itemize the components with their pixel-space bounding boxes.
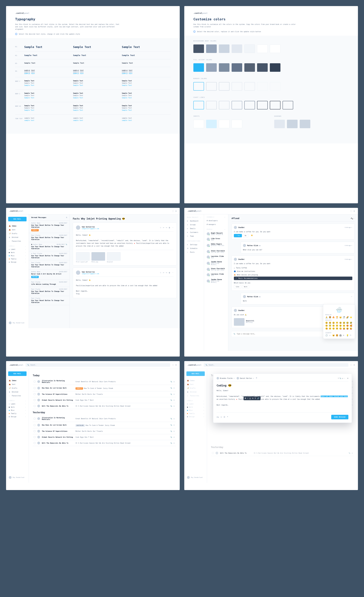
trash-icon[interactable]: 🗑 [173, 405, 175, 407]
color-swatch[interactable] [193, 63, 204, 72]
category-icon[interactable]: 💡 [346, 334, 349, 337]
sample-tiny[interactable]: sample text [122, 119, 171, 121]
sample-body[interactable]: Sample Text [122, 95, 171, 96]
checkbox[interactable] [34, 405, 36, 407]
list-row[interactable]: How Does An Lcd Screen WorkAUSTALRK How … [33, 422, 176, 428]
option-item[interactable]: ☕Tasty Coffee [234, 266, 352, 270]
emoji[interactable]: 😄 [332, 322, 335, 324]
nav-item-drafts[interactable]: 📝Drafts [8, 386, 27, 390]
message-item[interactable]: Paul Clarke18/05/2017Life Advice Looking… [29, 280, 70, 287]
add-recipient-icon[interactable]: ⊕ [256, 377, 257, 379]
nav-item-inbox[interactable]: 📥Inbox [186, 379, 205, 383]
quick-reply-button[interactable]: ✓ Yes [234, 234, 242, 237]
attach-icon[interactable]: 📎 [170, 405, 172, 407]
person-item[interactable]: Steve ChurchaldTell me your story [206, 249, 226, 254]
font-icon[interactable]: Aa [217, 416, 219, 418]
label-item[interactable]: Misc› [186, 409, 205, 412]
list-row[interactable]: The Science Of SuperstitionsMother Earth… [33, 428, 176, 434]
label-item[interactable]: Family› [186, 412, 205, 415]
trash-icon[interactable]: 🗑 [173, 436, 175, 438]
sample-body[interactable]: Sample Text [122, 85, 171, 86]
sample-body[interactable]: Sample Text [73, 107, 122, 109]
sample-body[interactable]: Sample Text [73, 97, 122, 99]
menu-icon[interactable]: ☰ [354, 210, 355, 212]
trash-icon[interactable]: 🗑 [352, 452, 353, 454]
more-icon[interactable]: ⋯ [172, 227, 173, 229]
attach-icon[interactable]: 📎 [170, 436, 172, 438]
color-swatch[interactable] [287, 120, 298, 128]
label-item[interactable]: Misc› [8, 254, 27, 257]
color-swatch[interactable] [193, 44, 204, 53]
sender-email[interactable]: samgutierrz@gmail.com [82, 273, 158, 275]
attachment[interactable]: Print Layout.pdf [76, 252, 90, 263]
nav-item-favourites[interactable]: ☆Favourites [186, 394, 205, 398]
list-row[interactable]: Global Resorts Network Grn PuttingCook E… [33, 434, 176, 440]
nav-item-stream[interactable]: ≡Stream [186, 223, 202, 227]
sample-body[interactable]: Sample Text [122, 97, 171, 99]
person-item[interactable]: Night MensellSenior Project M. [206, 231, 226, 236]
align-icon[interactable]: ≡ [221, 416, 222, 418]
recipient-chip[interactable]: Daniel Norton× [237, 377, 254, 379]
category-icon[interactable]: 🍔 [336, 334, 339, 337]
sort-icon[interactable]: ⇅ [66, 217, 67, 218]
sample-body[interactable]: Sample Text [24, 97, 73, 99]
person-item[interactable]: Steve ChurchaldTell me your story [206, 267, 226, 272]
label-item[interactable]: Misc› [8, 409, 27, 412]
message-item[interactable]: Author Name18/05/2017 📎Use Your Reset Bu… [29, 242, 70, 251]
label-item[interactable]: Work› [186, 406, 205, 409]
label-item[interactable]: Family› [8, 257, 27, 260]
label-item[interactable]: Work› [8, 406, 27, 409]
new-mail-button[interactable]: NEW MAIL [186, 371, 205, 376]
sample-tiny[interactable]: sample text [73, 119, 122, 121]
checkbox[interactable] [34, 387, 36, 389]
color-swatch[interactable] [193, 120, 204, 128]
emoji[interactable]: 🙂 [332, 324, 335, 327]
color-swatch[interactable] [270, 63, 280, 72]
sample-body[interactable]: Sample Text [73, 82, 122, 84]
list-row[interactable]: Will The Democrats Be Able ToIt S Hurric… [33, 403, 176, 409]
attach-icon[interactable]: 📎 [170, 418, 172, 419]
trash-icon[interactable]: 🗑 [169, 227, 170, 229]
emoji[interactable]: 🥰 [350, 324, 353, 327]
color-swatch[interactable] [270, 44, 280, 53]
sample-body[interactable]: Sample Text [73, 92, 122, 94]
sample-h4[interactable]: SAMPLE TEXT [24, 70, 73, 71]
phone-icon[interactable]: 📞 [351, 218, 353, 219]
label-item[interactable]: Design› [8, 415, 27, 418]
emoji[interactable]: 😗 [329, 327, 332, 330]
sample-h1[interactable]: Sample Text [122, 45, 171, 48]
nav-item-posts[interactable]: ⚐Posts [186, 250, 202, 254]
nav-item-favourites[interactable]: ☆Favourites [8, 394, 27, 398]
option-item[interactable]: 🔥What movies are playing [234, 273, 352, 277]
color-swatch[interactable] [206, 82, 217, 91]
sample-h4[interactable]: SAMPLE TEXT [24, 71, 73, 73]
category-icon[interactable]: 🐱 [332, 334, 335, 337]
emoji[interactable]: ⭐ [350, 316, 353, 318]
person-item[interactable]: Jayden BooneAdvertising Marketi… [206, 277, 226, 284]
sample-h3[interactable]: Sample Text [24, 62, 73, 64]
sample-body[interactable]: Sample Text [122, 82, 171, 84]
row-title[interactable]: Will The Democrats Be Able To [220, 452, 252, 454]
color-swatch[interactable] [206, 101, 217, 109]
sample-body[interactable]: Sample Text [24, 85, 73, 86]
emoji[interactable]: 🌈 [346, 316, 349, 318]
message-item[interactable]: Author Name18/05/2017Beryl Cook S Art Qu… [29, 269, 70, 280]
bold-icon[interactable]: B [245, 397, 246, 399]
label-item[interactable]: Label› [8, 402, 27, 406]
sample-h3[interactable]: Sample Text [122, 62, 171, 64]
recipient-chip[interactable]: Brandon Fields× [217, 377, 234, 379]
sample-tiny[interactable]: sample text [122, 117, 171, 119]
attach-icon[interactable]: 📎 [170, 393, 172, 395]
sample-h4[interactable]: SAMPLE TEXT [73, 71, 122, 73]
attach-icon[interactable]: 📎 [170, 430, 172, 432]
color-swatch[interactable] [219, 44, 230, 53]
nav-item-emails[interactable]: ✉Emails [186, 227, 202, 230]
avatar[interactable] [187, 476, 190, 479]
checkbox[interactable] [34, 381, 36, 383]
sample-h4[interactable]: SAMPLE TEXT [122, 70, 171, 71]
emoji[interactable]: 😘 [325, 327, 328, 330]
sample-body[interactable]: Sample Text [24, 105, 73, 107]
person-item[interactable]: Lida Grosstext [206, 236, 226, 242]
compose-body[interactable]: Hello, Simon! Refurbished, "remarketed",… [217, 389, 348, 407]
thumb-icon[interactable]: 👎 [251, 235, 253, 236]
